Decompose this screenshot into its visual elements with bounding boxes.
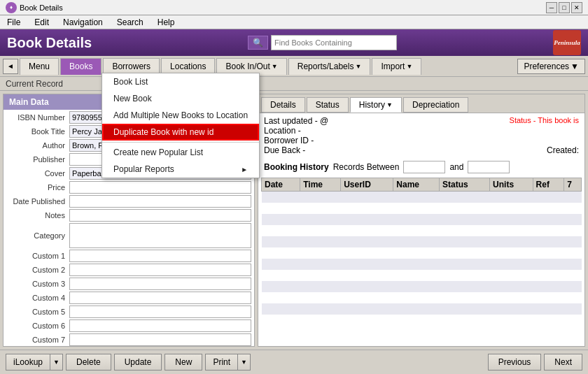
table-cell: [341, 259, 393, 270]
col-name: Name: [393, 178, 440, 192]
table-row: [262, 192, 582, 203]
nav-prev-button[interactable]: ◄: [3, 59, 18, 74]
tab-book-in-out[interactable]: Book In/Out▼: [216, 58, 286, 75]
tab-books[interactable]: Books: [60, 58, 102, 75]
menu-navigation[interactable]: Navigation: [59, 16, 107, 29]
table-cell: [393, 236, 440, 247]
dropdown-book-list[interactable]: Book List: [102, 73, 259, 90]
table-cell: [262, 281, 300, 292]
bottom-left-buttons: iLookup ▼ Delete Update New Print ▼: [6, 354, 251, 371]
menu-file[interactable]: File: [3, 16, 24, 29]
delete-button[interactable]: Delete: [66, 354, 111, 371]
and-label: and: [449, 162, 463, 172]
table-cell: [300, 259, 341, 270]
custom3-field-row: Custom 3: [6, 278, 251, 290]
custom5-input[interactable]: [69, 305, 251, 318]
table-cell: [341, 192, 393, 203]
print-button-split[interactable]: Print ▼: [205, 354, 251, 371]
notes-label: Notes: [6, 211, 69, 220]
notes-input[interactable]: [69, 209, 251, 222]
update-button[interactable]: Update: [114, 354, 162, 371]
custom3-input[interactable]: [69, 278, 251, 290]
table-row: [262, 236, 582, 247]
custom4-input[interactable]: [69, 292, 251, 304]
ilookup-button-split[interactable]: iLookup ▼: [6, 354, 63, 371]
print-button[interactable]: Print: [205, 354, 237, 371]
table-cell: [440, 292, 490, 303]
table-cell: [393, 259, 440, 270]
close-button[interactable]: ✕: [571, 2, 582, 13]
col-date: Date: [262, 178, 300, 192]
table-cell: [533, 236, 564, 247]
table-cell: [533, 192, 564, 203]
dropdown-separator: [102, 142, 259, 143]
price-input[interactable]: [69, 181, 251, 194]
tab-preferences[interactable]: Preferences▼: [517, 59, 585, 74]
info-row-4: Due Back - Created:: [264, 145, 579, 155]
custom2-input[interactable]: [69, 264, 251, 276]
custom4-field-row: Custom 4: [6, 292, 251, 304]
col-7: 7: [564, 178, 582, 192]
table-cell: [393, 292, 440, 303]
table-row: [262, 270, 582, 281]
table-cell: [262, 236, 300, 247]
table-cell: [300, 247, 341, 259]
tab-history[interactable]: History ▼: [350, 97, 402, 113]
menu-edit[interactable]: Edit: [30, 16, 53, 29]
isbn-label: ISBN Number: [6, 113, 69, 122]
tab-borrowers[interactable]: Borrowers: [103, 58, 160, 75]
ilookup-button[interactable]: iLookup: [6, 354, 50, 371]
table-cell: [262, 259, 300, 270]
history-from-input[interactable]: [403, 161, 445, 173]
dropdown-create-popular-list[interactable]: Create new Popular List: [102, 144, 259, 161]
tab-import[interactable]: Import▼: [372, 58, 421, 75]
menu-search[interactable]: Search: [113, 16, 148, 29]
table-cell: [533, 259, 564, 270]
tab-status[interactable]: Status: [307, 97, 349, 113]
previous-button[interactable]: Previous: [488, 354, 542, 371]
table-cell: [533, 270, 564, 281]
tab-depreciation[interactable]: Depreciation: [403, 97, 468, 113]
menu-help[interactable]: Help: [153, 16, 179, 29]
dropdown-new-book[interactable]: New Book: [102, 90, 259, 107]
date-published-input[interactable]: [69, 195, 251, 208]
table-cell: [262, 270, 300, 281]
dropdown-duplicate-book[interactable]: Duplicate Book with new id: [102, 124, 259, 141]
booking-history-row: Booking History Records Between and: [258, 158, 584, 176]
dropdown-popular-reports[interactable]: Popular Reports ►: [102, 161, 259, 178]
table-row: [262, 259, 582, 270]
minimize-button[interactable]: ─: [546, 2, 557, 13]
tab-reports-labels[interactable]: Reports/Labels▼: [288, 58, 371, 75]
dropdown-add-multiple[interactable]: Add Multiple New Books to Location: [102, 107, 259, 124]
table-cell: [564, 236, 582, 247]
search-input[interactable]: [271, 35, 397, 50]
category-input[interactable]: [69, 223, 251, 248]
table-cell: [533, 225, 564, 236]
history-to-input[interactable]: [468, 161, 510, 173]
table-cell: [393, 315, 440, 326]
new-button[interactable]: New: [164, 354, 202, 371]
print-dropdown-icon[interactable]: ▼: [237, 354, 251, 371]
status-text: Status - This book is: [510, 116, 579, 126]
table-cell: [440, 192, 490, 203]
table-cell: [533, 281, 564, 292]
books-dropdown-menu: Book List New Book Add Multiple New Book…: [102, 73, 260, 178]
tab-menu[interactable]: Menu: [20, 58, 59, 75]
custom1-input[interactable]: [69, 250, 251, 262]
app-icon: ♦: [6, 2, 17, 13]
tab-locations[interactable]: Locations: [161, 58, 215, 75]
table-cell: [393, 303, 440, 315]
next-button[interactable]: Next: [544, 354, 582, 371]
ilookup-dropdown-icon[interactable]: ▼: [50, 354, 63, 371]
maximize-button[interactable]: □: [559, 2, 570, 13]
publisher-label: Publisher: [6, 155, 69, 164]
custom7-input[interactable]: [69, 333, 251, 346]
price-label: Price: [6, 183, 69, 192]
col-time: Time: [300, 178, 341, 192]
table-cell: [393, 270, 440, 281]
custom6-input[interactable]: [69, 319, 251, 332]
main-content: Main Data ISBN Number Book Title Author …: [0, 91, 588, 350]
table-cell: [490, 247, 533, 259]
tab-details[interactable]: Details: [261, 97, 305, 113]
app-header: Book Details 🔍 Peninsula: [0, 29, 588, 56]
